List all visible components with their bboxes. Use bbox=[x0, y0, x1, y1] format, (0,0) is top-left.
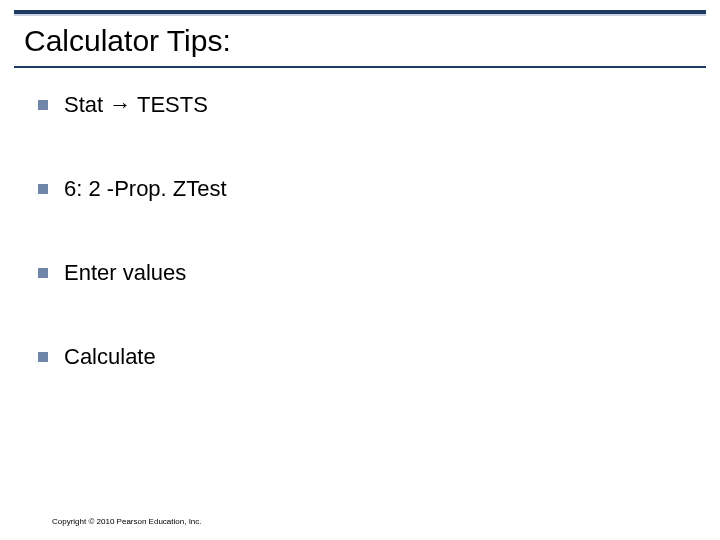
list-item-label: 6: 2 -Prop. ZTest bbox=[64, 176, 227, 202]
list-item-label: Enter values bbox=[64, 260, 186, 286]
bullet-square-icon bbox=[38, 100, 48, 110]
slide-title: Calculator Tips: bbox=[24, 24, 231, 58]
list-item: Stat → TESTS bbox=[38, 92, 680, 118]
list-item-label: Calculate bbox=[64, 344, 156, 370]
list-item: Calculate bbox=[38, 344, 680, 370]
top-rule-light bbox=[14, 14, 706, 16]
copyright-text: Copyright © 2010 Pearson Education, Inc. bbox=[52, 517, 202, 526]
slide: Calculator Tips: Stat → TESTS 6: 2 -Prop… bbox=[0, 0, 720, 540]
bullet-square-icon bbox=[38, 184, 48, 194]
list-item: Enter values bbox=[38, 260, 680, 286]
list-item-label: Stat → TESTS bbox=[64, 92, 208, 118]
bullet-list: Stat → TESTS 6: 2 -Prop. ZTest Enter val… bbox=[38, 92, 680, 428]
title-underline bbox=[14, 66, 706, 68]
list-item: 6: 2 -Prop. ZTest bbox=[38, 176, 680, 202]
bullet-square-icon bbox=[38, 352, 48, 362]
bullet-square-icon bbox=[38, 268, 48, 278]
